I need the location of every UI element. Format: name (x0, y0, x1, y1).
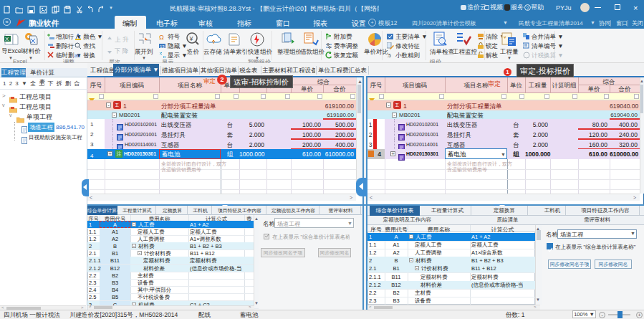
svg-text:¥: ¥ (189, 35, 194, 42)
svg-text:ab: ab (75, 53, 80, 58)
svg-text:13: 13 (160, 44, 165, 49)
svg-text:Ω: Ω (159, 34, 164, 40)
svg-text:X: X (5, 36, 9, 42)
svg-text:.5: .5 (387, 53, 391, 58)
